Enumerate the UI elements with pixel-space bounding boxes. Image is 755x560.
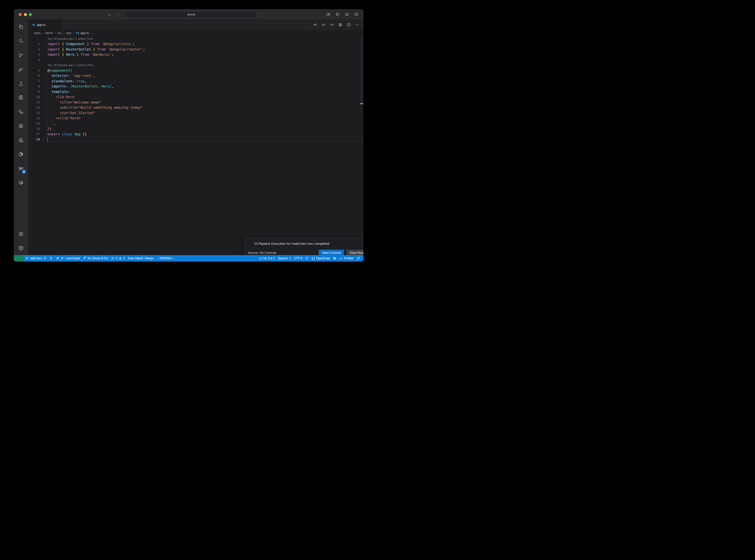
- command-center-value: acme: [187, 13, 195, 16]
- line-number: 18: [28, 138, 40, 141]
- breadcrumb-item[interactable]: demo: [45, 31, 53, 35]
- code-line-1: 1import { Component } from '@angular/cor…: [28, 41, 363, 47]
- copilot-menu[interactable]: [263, 11, 264, 18]
- breadcrumb-file[interactable]: TSapp.ts: [76, 31, 89, 35]
- commit-graph-button[interactable]: [338, 22, 343, 27]
- tab-app-ts[interactable]: TS app.ts: [28, 20, 62, 30]
- toggle-panel-button[interactable]: [344, 11, 350, 17]
- split-editor-button[interactable]: [346, 22, 351, 27]
- code-text: `,: [40, 121, 56, 125]
- chevron-right-icon: ›: [91, 31, 92, 35]
- command-center-search[interactable]: acme: [124, 11, 257, 18]
- status-item-indentation[interactable]: Spaces: 2: [276, 255, 293, 261]
- status-item-label: UTF-8: [294, 257, 302, 260]
- status-item-git-graph[interactable]: [48, 255, 55, 261]
- status-item-cursor-position[interactable]: Ln 18, Col 1: [257, 255, 276, 261]
- activity-bar-item-commit-search[interactable]: [14, 133, 28, 147]
- breadcrumb-item[interactable]: src: [57, 31, 62, 35]
- activity-bar-item-search[interactable]: [14, 34, 28, 48]
- activity-bar-item-extensions[interactable]: [14, 91, 28, 105]
- svg-text:N: N: [19, 166, 22, 171]
- extensions-icon: [18, 95, 24, 100]
- customize-layout-button[interactable]: [325, 11, 331, 17]
- copilot-icon: [333, 257, 336, 260]
- activity-bar-item-explorer[interactable]: [14, 20, 28, 34]
- toggle-primary-sidebar-button[interactable]: [335, 11, 340, 17]
- breadcrumb-item[interactable]: apps: [34, 31, 41, 35]
- code-text: template: `: [40, 90, 75, 94]
- code-line-11: 11 title="Welcmoe demo": [28, 100, 363, 105]
- double-check-icon: [339, 257, 343, 260]
- window-zoom-button[interactable]: [29, 13, 32, 16]
- activity-bar-item-accounts[interactable]: [14, 227, 28, 241]
- line-number: 11: [28, 100, 40, 104]
- nav-back-button[interactable]: [313, 22, 318, 27]
- window-close-button[interactable]: [19, 13, 22, 16]
- code-text: imports: [RouterOutlet, Hero],: [40, 84, 114, 88]
- tab-close-icon[interactable]: [55, 23, 59, 27]
- status-item-label: LF: [305, 257, 309, 260]
- notification-settings-icon[interactable]: [360, 241, 363, 246]
- error-count: 0: [116, 257, 117, 260]
- breadcrumb-symbol[interactable]: ...: [94, 31, 96, 35]
- status-item-eol[interactable]: LF: [304, 255, 310, 261]
- status-item-encoding[interactable]: UTF-8: [293, 255, 304, 261]
- status-item-copilot[interactable]: [331, 255, 338, 261]
- line-number: 12: [28, 106, 40, 109]
- code-line-12: 12 subtitle="Build something amazing tod…: [28, 105, 363, 111]
- more-actions-button[interactable]: [355, 22, 359, 27]
- code-line-15: 15 `,: [28, 121, 363, 126]
- editor-actions: [313, 20, 363, 30]
- remote-indicator[interactable]: [14, 255, 24, 261]
- code-text: standalone: true,: [40, 79, 87, 83]
- history-forward-button[interactable]: →: [115, 11, 121, 17]
- accounts-icon: [18, 231, 24, 237]
- code-line-6: 6 selector: 'app-root',: [28, 73, 363, 79]
- breadcrumb-item[interactable]: app: [66, 31, 71, 35]
- activity-bar-item-containers[interactable]: [14, 176, 28, 190]
- nav-current-button[interactable]: [321, 22, 326, 27]
- settings-icon: [18, 245, 24, 251]
- line-number: 10: [28, 95, 40, 99]
- activity-bar-item-nx-console[interactable]: N>2: [14, 161, 28, 176]
- line-number: 9: [28, 90, 40, 94]
- status-item-branch[interactable]: add-hero: [24, 255, 48, 261]
- status-item-nx-cloud-ai-fix[interactable]: Nx Cloud AI Fix: [81, 255, 110, 261]
- status-item-formatter[interactable]: Prettier: [338, 255, 355, 261]
- activity-bar-item-source-control[interactable]: [14, 48, 28, 62]
- code-text: selector: 'app-root',: [40, 74, 95, 78]
- status-item-problems[interactable]: 00: [110, 255, 126, 261]
- nav-forward-button[interactable]: [330, 22, 334, 27]
- code-text: import { Component } from '@angular/core…: [40, 42, 135, 46]
- status-item-auto-attach[interactable]: Auto Attach: Always: [126, 255, 155, 261]
- status-bar: add-heroLaunchpadNx Cloud AI Fix00Auto A…: [14, 255, 363, 261]
- code-line-8: 8 imports: [RouterOutlet, Hero],: [28, 84, 363, 89]
- status-item-label: Spaces: 2: [278, 257, 291, 260]
- testing-icon: [18, 81, 24, 86]
- notification-title: CI Pipeline Execution for #add-hero has …: [254, 242, 358, 245]
- activity-bar-item-testing[interactable]: [14, 76, 28, 91]
- activity-badge: 2: [22, 170, 26, 174]
- status-item-language[interactable]: { }TypeScript: [310, 255, 331, 261]
- window-minimize-button[interactable]: [24, 13, 27, 16]
- history-back-button[interactable]: ←: [107, 11, 113, 17]
- line-number: 13: [28, 111, 40, 115]
- activity-bar-item-references[interactable]: [14, 105, 28, 119]
- tab-bar: TS app.ts: [28, 20, 363, 30]
- status-item-launchpad[interactable]: Launchpad: [55, 255, 81, 261]
- toggle-secondary-sidebar-button[interactable]: [353, 11, 359, 17]
- status-item-vim-mode[interactable]: -- NORMAL --: [155, 255, 177, 261]
- line-number: 16: [28, 127, 40, 131]
- line-number: 4: [28, 58, 40, 62]
- status-item-label: Ln 18, Col 1: [259, 257, 275, 260]
- git-branch-icon: [25, 257, 29, 260]
- activity-bar-item-run-debug[interactable]: [14, 62, 28, 77]
- status-item-label: Nx Cloud AI Fix: [87, 257, 108, 260]
- code-text: ></lib-hero>: [40, 116, 81, 120]
- status-item-notifications[interactable]: [355, 255, 361, 261]
- activity-bar-item-commit-graph[interactable]: [14, 119, 28, 133]
- activity-bar-item-settings[interactable]: [14, 241, 28, 255]
- code-editor[interactable]: You, 26 minutes ago | 1 author (You)1imp…: [28, 36, 363, 255]
- activity-bar-item-edge-tools[interactable]: [14, 147, 28, 162]
- code-line-2: 2import { RouterOutlet } from '@angular/…: [28, 46, 363, 52]
